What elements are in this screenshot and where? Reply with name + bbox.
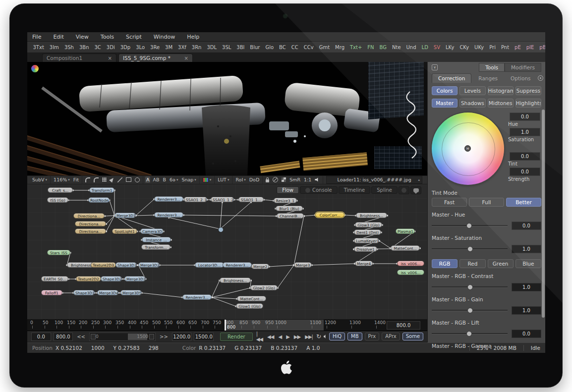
subtab-options[interactable]: Options <box>505 74 537 83</box>
tool-button-sv[interactable]: SV <box>432 44 442 51</box>
tool-button-pbn[interactable]: pBn <box>537 44 545 51</box>
subtab-correction[interactable]: Correction <box>432 73 471 83</box>
tool-button-pri[interactable]: Pri <box>487 44 498 51</box>
playback-button-1[interactable]: ◀◀ <box>266 334 275 339</box>
flow-node[interactable]: Brightness... <box>220 278 251 283</box>
lut-dropdown[interactable]: LUT▾ <box>217 176 230 183</box>
flow-editor[interactable]: Craft_s...Transform1ISS (Go)RootNodeRend… <box>27 184 427 320</box>
active-tool-dropdown[interactable]: Loader11: iss_v006_.####.jpg▴ <box>326 176 422 184</box>
tool-button-3dp[interactable]: 3Dp <box>118 44 132 51</box>
value-field-tint[interactable]: 0.0 <box>510 152 540 161</box>
panel-tab-modifiers[interactable]: Modifiers <box>505 63 541 72</box>
slider-knob[interactable] <box>466 331 472 336</box>
collapse-control-icon[interactable]: ∨ <box>432 64 438 70</box>
slider-knob[interactable] <box>467 308 473 313</box>
grid-overlay-icon[interactable] <box>101 177 108 182</box>
fit-button[interactable]: Fit <box>72 176 80 183</box>
pen-tool-icon[interactable] <box>109 177 115 183</box>
quality-toggle-prx[interactable]: Prx <box>365 333 380 340</box>
flow-node[interactable]: ChannelB... <box>277 213 304 219</box>
slider-value-field[interactable]: 0.0 <box>512 330 541 338</box>
range-endcap-left[interactable] <box>91 334 96 339</box>
snap-dropdown[interactable]: Snap▾ <box>180 176 197 183</box>
tool-button-bg[interactable]: BG <box>378 44 389 51</box>
flow-tab-flow[interactable]: Flow <box>277 186 299 194</box>
flow-node[interactable]: Merge3 <box>294 262 312 268</box>
tool-button-ccv[interactable]: CCv <box>302 44 316 51</box>
tool-button-und[interactable]: Und <box>404 44 418 51</box>
slider-value-field[interactable]: 1.0 <box>512 245 541 253</box>
panel-scrollbar[interactable] <box>542 110 545 318</box>
flow-tab-console[interactable]: Console <box>300 186 338 194</box>
flow-node[interactable]: MatteCont... <box>237 296 266 301</box>
subtab-ranges[interactable]: Ranges <box>472 74 504 83</box>
mode-button-histogram[interactable]: Histogram <box>488 86 514 95</box>
channel-select-dropdown[interactable]: ▾ <box>202 177 213 183</box>
flow-node[interactable]: Merge2 <box>251 264 269 269</box>
tool-button-pe[interactable]: pE <box>513 44 523 51</box>
flow-node[interactable]: SSAO1_1... <box>238 197 264 202</box>
channel-tab-green[interactable]: Green <box>488 259 514 268</box>
flow-node[interactable]: ISS (Go) <box>47 197 68 203</box>
mode-button-levels[interactable]: Levels <box>459 86 485 95</box>
target-icon[interactable] <box>538 75 543 81</box>
tool-button-3rn[interactable]: 3Rn <box>190 44 204 51</box>
playback-button-4[interactable]: ▶▶ <box>293 334 301 339</box>
audio-icon[interactable] <box>315 177 320 182</box>
range-button-master[interactable]: Master <box>432 99 458 108</box>
menu-help[interactable]: Help <box>187 34 199 40</box>
slider-value-field[interactable]: 1.0 <box>512 283 541 291</box>
tool-button-3di[interactable]: 3Di <box>105 44 117 51</box>
tool-button-txt+[interactable]: Txt+ <box>348 44 364 51</box>
playhead[interactable] <box>225 320 226 331</box>
tool-button-3xf[interactable]: 3Xf <box>176 44 188 51</box>
global-end-field[interactable]: 1500.0 <box>194 333 214 341</box>
slider-track-master-saturation[interactable] <box>432 248 508 250</box>
flow-node[interactable]: Dent1 (Dnt) <box>354 229 381 235</box>
flow-node[interactable]: Shape3D1 <box>73 290 95 295</box>
info-icon[interactable] <box>401 188 406 193</box>
flow-node[interactable]: SSAO1_2_1 <box>184 197 207 202</box>
slider-track-master-hue[interactable] <box>432 225 508 226</box>
composition-tab[interactable]: ISS_5_9SG.comp *× <box>118 54 193 62</box>
tool-button-3c[interactable]: 3C <box>93 44 103 51</box>
rectangle-tool-icon[interactable] <box>125 177 132 182</box>
tool-button-gmt[interactable]: Gmt <box>317 44 332 51</box>
range-button-highlights[interactable]: Highlights <box>515 99 541 108</box>
close-icon[interactable]: × <box>184 56 188 61</box>
guides-dropdown[interactable]: 6ə▾ <box>169 176 179 183</box>
flow-node[interactable]: Renderer3... <box>182 294 212 300</box>
tool-button-pnt[interactable]: Pnt <box>499 44 511 51</box>
slider-value-field[interactable]: 0.0 <box>512 222 541 230</box>
slider-value-field[interactable]: 1.0 <box>512 306 541 315</box>
flow-node[interactable]: Merge3D5 <box>120 290 142 295</box>
flow-node[interactable]: Directiona... <box>75 228 106 234</box>
tint-mode-fast[interactable]: Fast <box>432 198 467 207</box>
flow-node[interactable]: Directiona... <box>73 213 105 219</box>
pixel-ratio-button[interactable]: 1:1 <box>303 176 312 183</box>
flow-node[interactable]: Texture2D3 <box>91 262 116 268</box>
ellipse-tool-icon[interactable] <box>134 177 141 183</box>
tool-button-3bn[interactable]: 3Bn <box>77 44 91 51</box>
spline-a-icon[interactable] <box>85 177 90 182</box>
flow-node[interactable]: Renderer3... <box>154 196 183 202</box>
menu-script[interactable]: Script <box>126 34 142 40</box>
mode-button-colors[interactable]: Colors <box>432 86 458 95</box>
tool-button-ld[interactable]: LD <box>420 44 430 51</box>
tool-button-mrg[interactable]: Mrg <box>333 44 346 51</box>
channel-tab-red[interactable]: Red <box>459 259 485 268</box>
quality-toggle-some[interactable]: Some <box>402 333 423 340</box>
ellipse-tool-icon[interactable] <box>135 177 140 182</box>
jump-to-end-button[interactable]: >> <box>158 334 170 339</box>
timeline-ruler[interactable]: 0501001502002503003504004505005506006507… <box>27 320 427 331</box>
flow-node[interactable]: Brightness... <box>356 213 387 218</box>
playback-button-0[interactable]: |◀◀ <box>255 331 264 342</box>
current-frame-field[interactable]: 800.0 <box>54 333 73 341</box>
spline-b-icon[interactable] <box>94 177 99 182</box>
flow-node[interactable]: Transform... <box>141 244 171 250</box>
menu-file[interactable]: File <box>32 34 41 40</box>
slider-track-master-rgb-gain[interactable] <box>432 310 508 311</box>
range-endcap-right[interactable] <box>149 334 154 339</box>
rectangle-tool-icon[interactable] <box>126 177 131 182</box>
tool-button-lky[interactable]: LKy <box>444 44 456 51</box>
